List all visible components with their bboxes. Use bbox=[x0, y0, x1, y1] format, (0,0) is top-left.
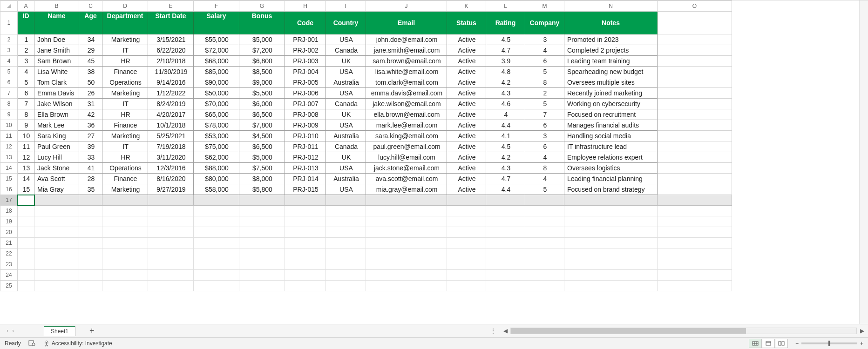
cell[interactable] bbox=[486, 195, 525, 206]
cell[interactable] bbox=[194, 206, 239, 216]
column-header-E[interactable]: E bbox=[148, 1, 194, 12]
cell[interactable]: jane.smith@email.com bbox=[366, 45, 447, 56]
cell[interactable]: 5 bbox=[525, 99, 564, 109]
cell[interactable]: 6 bbox=[525, 141, 564, 152]
cell[interactable]: UK bbox=[326, 109, 366, 120]
cell[interactable] bbox=[486, 270, 525, 281]
cell[interactable] bbox=[366, 248, 447, 259]
cell[interactable] bbox=[285, 206, 326, 216]
cell[interactable] bbox=[102, 259, 148, 270]
cell[interactable]: 7 bbox=[525, 109, 564, 120]
cell[interactable]: 3/15/2021 bbox=[148, 34, 194, 45]
cell[interactable]: 26 bbox=[79, 88, 102, 99]
cell[interactable]: IT infrastructure lead bbox=[564, 141, 658, 152]
cell[interactable]: 4.3 bbox=[486, 163, 525, 174]
cell[interactable]: Marketing bbox=[102, 88, 148, 99]
cell[interactable]: 31 bbox=[79, 99, 102, 109]
cell[interactable] bbox=[285, 238, 326, 248]
cell[interactable]: Promoted in 2023 bbox=[564, 34, 658, 45]
row-header-23[interactable]: 23 bbox=[0, 259, 18, 270]
cell[interactable]: tom.clark@email.com bbox=[366, 77, 447, 88]
cell[interactable]: $78,000 bbox=[194, 120, 239, 131]
cell[interactable]: 6/22/2020 bbox=[148, 45, 194, 56]
cell[interactable] bbox=[194, 259, 239, 270]
row-header-12[interactable]: 12 bbox=[0, 141, 18, 152]
cell[interactable]: 8/16/2020 bbox=[148, 174, 194, 184]
cell[interactable] bbox=[658, 238, 732, 248]
cell[interactable]: IT bbox=[102, 141, 148, 152]
cell[interactable]: 4.2 bbox=[486, 152, 525, 163]
spreadsheet-grid[interactable]: ABCDEFGHIJKLMNO1IDNameAgeDepartmentStart… bbox=[0, 0, 868, 324]
cell[interactable] bbox=[194, 216, 239, 227]
cell[interactable] bbox=[525, 270, 564, 281]
row-header-20[interactable]: 20 bbox=[0, 227, 18, 238]
row-header-4[interactable]: 4 bbox=[0, 56, 18, 67]
cell[interactable] bbox=[564, 281, 658, 291]
cell[interactable] bbox=[239, 259, 285, 270]
cell[interactable] bbox=[79, 195, 102, 206]
cell[interactable]: mia.gray@email.com bbox=[366, 184, 447, 195]
cell[interactable]: Leading team training bbox=[564, 56, 658, 67]
cell[interactable]: Lisa White bbox=[34, 67, 79, 77]
cell[interactable] bbox=[486, 238, 525, 248]
cell[interactable]: Oversees multiple sites bbox=[564, 77, 658, 88]
cell[interactable]: Focused on brand strategy bbox=[564, 184, 658, 195]
hscroll-right-icon[interactable]: ▶ bbox=[859, 328, 865, 334]
cell[interactable] bbox=[18, 227, 34, 238]
cell[interactable] bbox=[525, 195, 564, 206]
cell[interactable]: 3 bbox=[525, 131, 564, 141]
row-header-3[interactable]: 3 bbox=[0, 45, 18, 56]
column-header-C[interactable]: C bbox=[79, 1, 102, 12]
cell[interactable] bbox=[194, 238, 239, 248]
column-header-H[interactable]: H bbox=[285, 1, 326, 12]
table-header-department[interactable]: Department bbox=[102, 12, 148, 34]
cell[interactable] bbox=[658, 184, 732, 195]
cell[interactable] bbox=[34, 227, 79, 238]
cell[interactable] bbox=[148, 206, 194, 216]
cell[interactable]: Australia bbox=[326, 77, 366, 88]
cell[interactable] bbox=[658, 131, 732, 141]
cell[interactable]: $7,500 bbox=[239, 163, 285, 174]
cell[interactable]: PRJ-001 bbox=[285, 34, 326, 45]
row-header-11[interactable]: 11 bbox=[0, 131, 18, 141]
cell[interactable]: 33 bbox=[79, 152, 102, 163]
view-page-break-button[interactable] bbox=[775, 339, 788, 348]
cell[interactable] bbox=[239, 227, 285, 238]
cell[interactable]: 9/27/2019 bbox=[148, 184, 194, 195]
cell[interactable]: Active bbox=[447, 184, 486, 195]
cell[interactable]: Canada bbox=[326, 141, 366, 152]
cell[interactable]: 3 bbox=[525, 34, 564, 45]
cell[interactable] bbox=[34, 248, 79, 259]
row-header-10[interactable]: 10 bbox=[0, 120, 18, 131]
zoom-out-button[interactable]: − bbox=[795, 340, 799, 347]
cell[interactable]: Australia bbox=[326, 131, 366, 141]
cell[interactable]: sara.king@email.com bbox=[366, 131, 447, 141]
cell[interactable] bbox=[326, 238, 366, 248]
cell[interactable] bbox=[366, 195, 447, 206]
cell[interactable] bbox=[658, 259, 732, 270]
cell[interactable]: 8 bbox=[525, 77, 564, 88]
cell[interactable] bbox=[18, 270, 34, 281]
cell[interactable] bbox=[148, 195, 194, 206]
cell[interactable] bbox=[34, 281, 79, 291]
cell[interactable]: ava.scott@email.com bbox=[366, 174, 447, 184]
cell[interactable] bbox=[658, 99, 732, 109]
cell[interactable]: 14 bbox=[18, 174, 34, 184]
cell[interactable]: $53,000 bbox=[194, 131, 239, 141]
cell[interactable]: Mark Lee bbox=[34, 120, 79, 131]
cell[interactable] bbox=[326, 216, 366, 227]
cell[interactable]: PRJ-002 bbox=[285, 45, 326, 56]
cell[interactable] bbox=[658, 281, 732, 291]
cell[interactable]: 15 bbox=[18, 184, 34, 195]
cell[interactable] bbox=[34, 270, 79, 281]
cell[interactable] bbox=[486, 259, 525, 270]
cell[interactable] bbox=[102, 216, 148, 227]
row-header-21[interactable]: 21 bbox=[0, 238, 18, 248]
cell[interactable]: Finance bbox=[102, 67, 148, 77]
cell[interactable] bbox=[525, 227, 564, 238]
cell[interactable]: $6,500 bbox=[239, 109, 285, 120]
cell[interactable]: Operations bbox=[102, 77, 148, 88]
cell[interactable]: 6 bbox=[525, 56, 564, 67]
column-header-N[interactable]: N bbox=[564, 1, 658, 12]
cell[interactable]: $85,000 bbox=[194, 67, 239, 77]
